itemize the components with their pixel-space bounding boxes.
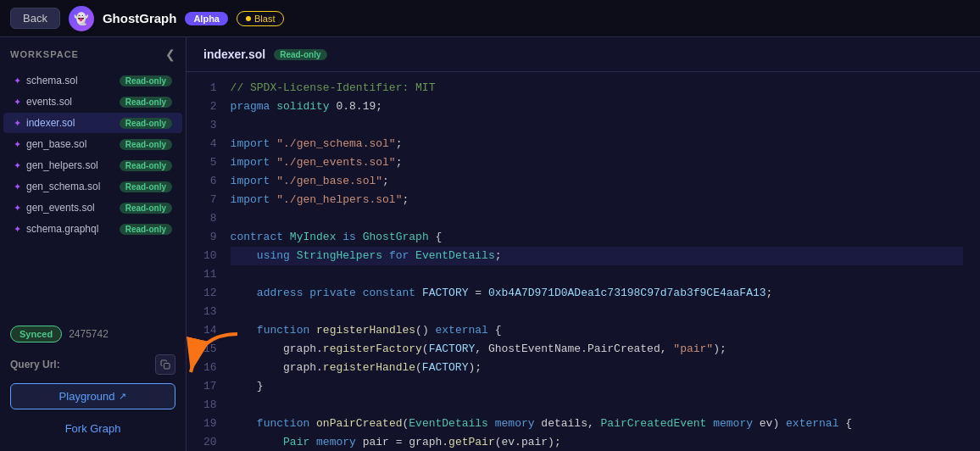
alpha-badge: Alpha [185,12,228,25]
query-url-label: Query Url: [10,359,60,370]
main-layout: WORKSPACE ❮ ✦ schema.sol Read-only ✦ eve… [0,37,980,451]
readonly-badge: Read-only [120,181,172,192]
line-number: 9 [203,228,217,247]
app-name: GhostGraph [103,11,177,25]
file-item[interactable]: ✦ indexer.sol Read-only [3,113,182,133]
file-item[interactable]: ✦ gen_helpers.sol Read-only [3,155,182,175]
line-number: 1 [203,79,217,97]
block-number: 2475742 [69,328,109,340]
code-line: } [231,377,963,396]
blast-dot [246,16,251,21]
file-item-left: ✦ gen_schema.sol [14,181,100,192]
file-icon: ✦ [14,97,21,108]
logo-icon: 👻 [69,6,94,31]
code-line: graph.registerHandle(FACTORY); [231,359,963,377]
file-item-left: ✦ indexer.sol [14,117,75,129]
blast-badge: Blast [237,11,284,26]
sidebar-header: WORKSPACE ❮ [0,47,186,70]
query-url-row: Query Url: [0,349,186,380]
readonly-badge: Read-only [120,224,172,235]
file-item[interactable]: ✦ gen_schema.sol Read-only [3,176,182,197]
line-number: 4 [203,135,217,153]
file-icon: ✦ [14,181,21,192]
svg-rect-0 [164,364,170,370]
code-area: 1234567891011121314151617181920 // SPDX-… [187,72,980,451]
sidebar: WORKSPACE ❮ ✦ schema.sol Read-only ✦ eve… [0,37,187,451]
file-name: indexer.sol [26,117,75,129]
line-number: 18 [203,396,217,415]
file-icon: ✦ [14,160,21,171]
line-number: 11 [203,265,217,284]
code-line: address private constant FACTORY = 0xb4A… [231,284,963,303]
fork-graph-button[interactable]: Fork Graph [10,416,175,441]
file-item-left: ✦ schema.graphql [14,223,98,235]
code-line [231,265,963,284]
code-line: Pair memory pair = graph.getPair(ev.pair… [231,433,963,451]
copy-url-button[interactable] [155,354,175,375]
file-item[interactable]: ✦ schema.sol Read-only [3,70,182,91]
file-item-left: ✦ gen_events.sol [14,202,95,214]
code-line: graph.registerFactory(FACTORY, GhostEven… [231,340,963,359]
code-line: contract MyIndex is GhostGraph { [231,228,963,247]
file-name: gen_schema.sol [26,181,100,192]
editor-readonly-badge: Read-only [274,49,326,60]
file-name: schema.graphql [26,223,98,235]
readonly-badge: Read-only [120,203,172,214]
code-line: import "./gen_events.sol"; [231,153,963,172]
file-item-left: ✦ gen_helpers.sol [14,159,98,171]
file-name: gen_helpers.sol [26,159,98,171]
code-line [231,209,963,228]
file-item[interactable]: ✦ gen_events.sol Read-only [3,198,182,218]
collapse-button[interactable]: ❮ [165,47,175,61]
readonly-badge: Read-only [120,75,172,86]
file-item-left: ✦ gen_base.sol [14,138,86,150]
line-number: 15 [203,340,217,359]
line-number: 12 [203,284,217,303]
sidebar-title: WORKSPACE [10,49,79,59]
line-number: 14 [203,321,217,340]
file-item[interactable]: ✦ gen_base.sol Read-only [3,134,182,154]
line-number: 3 [203,116,217,135]
line-number: 8 [203,209,217,228]
line-number: 7 [203,191,217,209]
code-line [231,116,963,135]
line-number: 10 [203,247,217,265]
readonly-badge: Read-only [120,97,172,108]
line-number: 20 [203,433,217,451]
synced-badge: Synced [10,326,62,342]
code-lines: // SPDX-License-Identifier: MITpragma so… [231,79,980,451]
line-numbers: 1234567891011121314151617181920 [187,79,231,451]
file-item[interactable]: ✦ schema.graphql Read-only [3,219,182,239]
line-number: 13 [203,303,217,321]
file-item[interactable]: ✦ events.sol Read-only [3,92,182,112]
topbar: Back 👻 GhostGraph Alpha Blast [0,0,980,37]
file-icon: ✦ [14,75,21,86]
line-number: 5 [203,153,217,172]
playground-label: Playground [59,390,115,403]
code-line: function onPairCreated(EventDetails memo… [231,415,963,433]
playground-button[interactable]: Playground ↗ [10,383,175,409]
editor-header: indexer.sol Read-only [187,37,980,72]
readonly-badge: Read-only [120,139,172,150]
file-icon: ✦ [14,224,21,235]
line-number: 19 [203,415,217,433]
file-item-left: ✦ events.sol [14,96,72,108]
line-number: 2 [203,97,217,116]
back-button[interactable]: Back [10,8,60,29]
fork-graph-label: Fork Graph [65,422,121,435]
code-line: using StringHelpers for EventDetails; [231,247,963,265]
file-name: events.sol [26,96,72,108]
line-number: 17 [203,377,217,396]
synced-row: Synced 2475742 [0,319,186,349]
file-list: ✦ schema.sol Read-only ✦ events.sol Read… [0,70,186,319]
file-name: gen_base.sol [26,138,86,150]
external-link-icon: ↗ [119,391,126,402]
line-number: 6 [203,172,217,191]
file-item-left: ✦ schema.sol [14,75,78,86]
line-number: 16 [203,359,217,377]
file-icon: ✦ [14,203,21,214]
editor-filename: indexer.sol [203,47,265,61]
code-line: // SPDX-License-Identifier: MIT [231,79,963,97]
file-icon: ✦ [14,139,21,150]
editor-panel: indexer.sol Read-only 123456789101112131… [187,37,980,451]
